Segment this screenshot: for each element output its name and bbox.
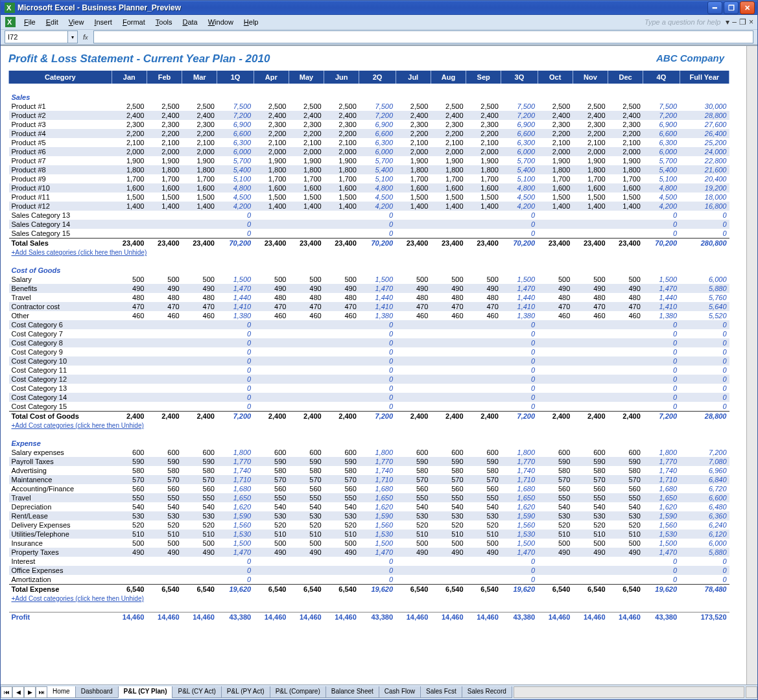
col-header: Oct: [538, 71, 573, 84]
sheet-tab[interactable]: Sales Record: [462, 686, 512, 698]
row-label: Cost Category 15: [9, 402, 112, 412]
sheet-tab[interactable]: P&L (CY Act): [172, 686, 221, 698]
row-label: Product #1: [9, 102, 112, 111]
row-label: Depreciation: [9, 502, 112, 511]
horizontal-scrollbar[interactable]: [514, 686, 744, 698]
maximize-button[interactable]: ❐: [724, 1, 739, 14]
row-label: Cost Category 13: [9, 384, 112, 393]
menu-view[interactable]: View: [64, 17, 89, 27]
excel-app-icon[interactable]: X: [5, 16, 16, 28]
col-header: 2Q: [359, 71, 396, 84]
report-title: Profit & Loss Statement - Current Year P…: [8, 52, 744, 65]
row-label: Travel: [9, 493, 112, 502]
row-label: Cost Category 14: [9, 393, 112, 402]
col-header: Aug: [431, 71, 466, 84]
tab-nav-first-icon[interactable]: ⏮: [1, 686, 12, 698]
formula-bar: I72 ▾ fx: [1, 30, 757, 45]
col-header: Apr: [254, 71, 289, 84]
close-button[interactable]: ✕: [740, 1, 755, 14]
col-header: 1Q: [217, 71, 254, 84]
col-header: 3Q: [501, 71, 538, 84]
col-header: Full Year: [680, 71, 729, 84]
menu-format[interactable]: Format: [117, 17, 150, 27]
doc-minimize-button[interactable]: –: [732, 18, 737, 27]
menu-help[interactable]: Help: [239, 17, 264, 27]
row-label: Insurance: [9, 539, 112, 548]
menu-bar: X FileEditViewInsertFormatToolsDataWindo…: [1, 15, 757, 30]
fx-icon[interactable]: fx: [83, 33, 88, 41]
row-label: Salary: [9, 275, 112, 284]
row-label: Sales Category 15: [9, 229, 112, 239]
sheet-tab[interactable]: Sales Fcst: [420, 686, 462, 698]
row-label: Product #11: [9, 192, 112, 202]
total-label: Total Cost of Goods: [9, 412, 112, 421]
menu-tools[interactable]: Tools: [150, 17, 178, 27]
formula-input[interactable]: [93, 30, 753, 43]
row-label: Cost Category 12: [9, 375, 112, 384]
company-name: ABC Company: [656, 52, 724, 64]
tab-nav-next-icon[interactable]: ▶: [24, 686, 36, 698]
section-header: Expense: [9, 439, 729, 448]
row-label: Benefits: [9, 284, 112, 293]
sheet-tab[interactable]: P&L (PY Act): [221, 686, 270, 698]
row-label: Product #8: [9, 165, 112, 174]
title-bar: X Microsoft Excel - Business Planner_Pre…: [1, 1, 757, 15]
col-header: Jun: [324, 71, 359, 84]
row-label: Rent/Lease: [9, 511, 112, 520]
row-label: Delivery Expenses: [9, 520, 112, 530]
col-header: May: [289, 71, 324, 84]
row-label: Interest: [9, 557, 112, 566]
col-header: Dec: [608, 71, 643, 84]
row-label: Cost Category 9: [9, 347, 112, 356]
col-header: Jan: [112, 71, 147, 84]
row-label: Salary expenses: [9, 448, 112, 457]
col-header: Category: [9, 71, 112, 84]
tab-nav-prev-icon[interactable]: ◀: [12, 686, 24, 698]
sheet-tab[interactable]: P&L (Compare): [270, 686, 326, 698]
help-dropdown-icon[interactable]: ▾: [726, 18, 729, 27]
add-categories-link[interactable]: +Add Cost categories (click here then Un…: [12, 422, 144, 429]
vertical-scrollbar[interactable]: [746, 46, 757, 684]
row-label: Product #12: [9, 202, 112, 211]
menu-window[interactable]: Window: [203, 17, 239, 27]
doc-close-button[interactable]: ×: [749, 18, 753, 27]
worksheet-area[interactable]: Profit & Loss Statement - Current Year P…: [1, 46, 746, 684]
row-label: Cost Category 10: [9, 356, 112, 366]
row-label: Product #7: [9, 156, 112, 165]
sheet-tab[interactable]: Dashboard: [75, 686, 119, 698]
add-categories-link[interactable]: +Add Cost categories (click here then Un…: [12, 595, 144, 602]
window-title: Microsoft Excel - Business Planner_Previ…: [18, 3, 707, 12]
sheet-tab[interactable]: P&L (CY Plan): [118, 686, 173, 698]
total-label: Total Expense: [9, 585, 112, 594]
row-label: Product #2: [9, 111, 112, 120]
row-label: Product #9: [9, 174, 112, 183]
row-label: Amortization: [9, 575, 112, 585]
menu-insert[interactable]: Insert: [89, 17, 117, 27]
sheet-tab[interactable]: Balance Sheet: [326, 686, 379, 698]
tab-nav-last-icon[interactable]: ⏭: [36, 686, 47, 698]
col-header: Nov: [573, 71, 608, 84]
menu-file[interactable]: File: [19, 17, 41, 27]
svg-text:X: X: [7, 18, 12, 26]
row-label: Cost Category 8: [9, 338, 112, 347]
row-label: Utilities/Telephone: [9, 530, 112, 539]
add-categories-link[interactable]: +Add Sales categories (click here then U…: [12, 249, 147, 256]
sheet-tab[interactable]: Home: [47, 686, 76, 698]
help-search-input[interactable]: Type a question for help: [645, 18, 720, 26]
row-label: Accounting/Finance: [9, 484, 112, 493]
doc-restore-button[interactable]: ❐: [739, 18, 746, 27]
col-header: Sep: [466, 71, 501, 84]
section-header: Cost of Goods: [9, 266, 729, 275]
sheet-tab[interactable]: Cash Flow: [379, 686, 421, 698]
row-label: Payroll Taxes: [9, 457, 112, 466]
profit-label: Profit: [9, 612, 112, 622]
name-box-dropdown-icon[interactable]: ▾: [68, 30, 78, 43]
menu-edit[interactable]: Edit: [41, 17, 64, 27]
col-header: Mar: [182, 71, 217, 84]
name-box[interactable]: I72: [5, 30, 68, 43]
menu-data[interactable]: Data: [177, 17, 202, 27]
section-header: Sales: [9, 93, 729, 102]
svg-text:X: X: [6, 4, 12, 12]
minimize-button[interactable]: ━: [707, 1, 722, 14]
row-label: Product #6: [9, 147, 112, 156]
